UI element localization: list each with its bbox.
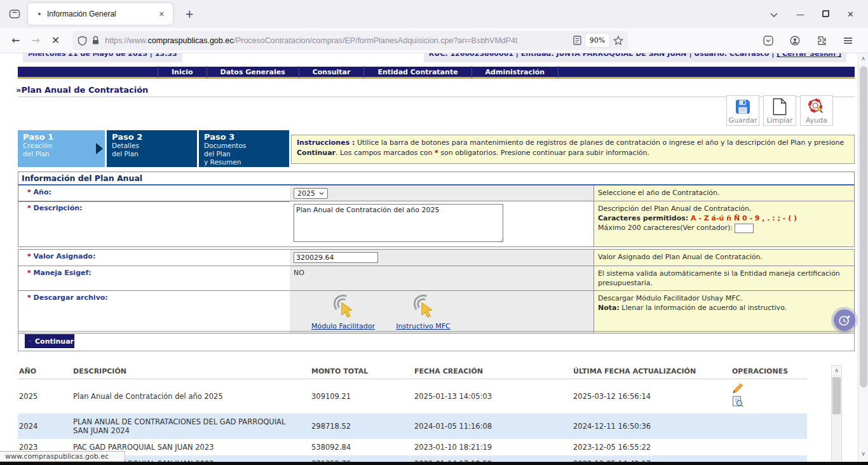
browser-tab[interactable]: Información General ✕ — [28, 3, 173, 25]
stop-button[interactable]: ✕ — [51, 34, 60, 46]
page-scrollbar-thumb[interactable] — [860, 66, 867, 388]
col-fecha-creacion: FECHA CREACIÓN — [413, 365, 572, 379]
record-action-bar: Guardar Limpiar Ayuda — [726, 95, 833, 126]
counter-input[interactable] — [735, 224, 754, 233]
new-tab-button[interactable]: + — [179, 6, 200, 22]
valor-label: * Valor Asignado: — [18, 250, 290, 266]
browser-toolbar: ← → ✕ https://www.compraspublicas.gob.ec… — [0, 28, 868, 53]
save-label: Guardar — [729, 116, 757, 125]
descripcion-value-cell: Plan Anual de Contratación del año 2025 — [290, 201, 593, 246]
descargar-value-cell: Módulo Facilitador Instructivo MFC — [290, 291, 593, 333]
valor-hint: Valor Asignado del Plan Anual de Contrat… — [593, 250, 854, 266]
instructions-box: Instrucciones : Utilice la barra de boto… — [291, 135, 855, 164]
session-info-chip: RUC: 1260023860001 | Entidad: JUNTA PARR… — [424, 53, 846, 62]
descripcion-hint: Descripción del Plan Anual de Contrataci… — [593, 201, 854, 246]
tracking-shield-icon[interactable] — [78, 36, 87, 46]
extensions-icon[interactable] — [817, 36, 827, 46]
step-3: Paso 3 Documentos del Plan y Resumen — [199, 130, 289, 167]
window-bottom-edge — [0, 462, 868, 465]
step-arrow-icon — [96, 143, 103, 154]
url-text: https://www.compraspublicas.gob.ec/Proce… — [105, 36, 573, 45]
tab-close-icon[interactable]: ✕ — [156, 8, 168, 20]
modulo-facilitador-download[interactable]: Módulo Facilitador — [308, 293, 379, 330]
form-section-descripcion: * Descripción: Plan Anual de Contratació… — [18, 201, 855, 247]
nav-item-consultar[interactable]: Consultar — [299, 66, 365, 78]
nav-item-entidad-contratante[interactable]: Entidad Contratante — [364, 66, 471, 78]
floppy-disk-icon — [734, 98, 752, 116]
bookmark-star-icon[interactable] — [613, 36, 623, 45]
valor-input[interactable] — [294, 252, 378, 263]
clock-icon — [837, 313, 851, 327]
forward-button[interactable]: → — [31, 34, 39, 46]
descargar-label: * Descargar archivo: — [18, 291, 290, 333]
page-title: »Plan Anual de Contratación — [16, 85, 148, 95]
tab-title: Información General — [47, 10, 156, 18]
clear-button[interactable]: Limpiar — [763, 95, 796, 126]
esigef-label: * Maneja Esigef: — [18, 266, 290, 290]
arrow-right-icon — [29, 337, 31, 345]
descripcion-textarea[interactable]: Plan Anual de Contratación del año 2025 — [294, 204, 503, 242]
back-button[interactable]: ← — [11, 34, 20, 46]
tab-bar: Información General ✕ + — ✕ — [0, 0, 868, 28]
table-header-row: AÑO DESCRIPCIÓN MONTO TOTAL FECHA CREACI… — [18, 365, 807, 379]
url-bar[interactable]: https://www.compraspublicas.gob.ec/Proce… — [72, 31, 628, 50]
form-section-title: Información del Plan Anual — [18, 172, 854, 185]
continue-button[interactable]: Continuar — [25, 334, 74, 348]
blank-page-icon — [772, 98, 787, 116]
account-icon[interactable] — [790, 36, 800, 46]
pocket-icon[interactable] — [763, 36, 773, 46]
descargar-hint: Descargar Módulo Facilitador Ushay MFC. … — [593, 291, 854, 333]
status-bar-link: www.compraspublicas.gob.ec — [0, 451, 125, 462]
col-descripcion: DESCRIPCIÓN — [72, 365, 310, 379]
session-timer-button[interactable] — [834, 309, 855, 331]
save-button[interactable]: Guardar — [726, 95, 759, 126]
anio-label: * Año: — [18, 185, 290, 201]
plans-table: AÑO DESCRIPCIÓN MONTO TOTAL FECHA CREACI… — [18, 365, 807, 465]
window-close-button[interactable]: ✕ — [847, 10, 854, 19]
col-monto: MONTO TOTAL — [310, 365, 413, 379]
page-content: Miércoles 21 de Mayo de 2025 | 13:33 RUC… — [0, 53, 858, 465]
table-row: 2023 PAC GAD PARROQUIAL SAN JUAN 2023 53… — [18, 439, 807, 455]
zoom-level-button[interactable]: 90% — [585, 34, 609, 47]
scroll-up-icon[interactable]: ∧ — [858, 53, 868, 64]
instructivo-mfc-download[interactable]: Instructivo MFC — [388, 293, 459, 330]
cursor-click-icon — [329, 293, 357, 320]
col-anio: AÑO — [18, 365, 72, 379]
session-info: RUC: 1260023860001 | Entidad: JUNTA PARR… — [429, 53, 775, 58]
reader-mode-icon[interactable] — [573, 36, 581, 45]
table-row: 2025 Plan Anual de Contratación del año … — [18, 379, 807, 414]
scroll-up-icon[interactable]: ∧ — [832, 366, 841, 376]
firefox-view-icon — [9, 9, 20, 19]
nav-item-datos-generales[interactable]: Datos Generales — [207, 66, 299, 78]
logout-link[interactable]: [ Cerrar Sesión ] — [776, 53, 841, 58]
tab-list-chevron-icon[interactable] — [770, 8, 778, 20]
esigef-hint: El sistema valida automáticamente si la … — [593, 266, 854, 290]
table-scrollbar-thumb[interactable] — [832, 377, 841, 414]
table-row: 2024 PLAN ANUAL DE CONTRATACIONES DEL GA… — [18, 414, 807, 439]
anio-select[interactable]: 2025 — [294, 188, 328, 199]
cursor-click-icon — [409, 293, 437, 320]
nav-item-inicio[interactable]: Inicio — [158, 66, 207, 78]
tab-attention-dot-icon — [38, 13, 41, 15]
edit-icon[interactable] — [732, 383, 745, 396]
window-restore-button[interactable] — [822, 10, 829, 19]
help-button[interactable]: Ayuda — [800, 95, 833, 126]
descripcion-label: * Descripción: — [18, 201, 290, 246]
anio-hint: Seleccione el año de Contratación. — [593, 185, 854, 201]
clear-label: Limpiar — [766, 116, 792, 125]
table-scrollbar[interactable]: ∧ — [831, 365, 842, 465]
view-document-icon[interactable] — [732, 396, 744, 410]
help-label: Ayuda — [806, 116, 827, 125]
nav-item-administracion[interactable]: Administración — [472, 66, 559, 78]
col-operaciones: OPERACIONES — [731, 365, 807, 379]
form-section-detalle: * Valor Asignado: Valor Asignado del Pla… — [18, 249, 855, 334]
menu-icon[interactable] — [843, 37, 853, 44]
scroll-down-icon[interactable]: ∨ — [858, 448, 868, 459]
datetime-chip: Miércoles 21 de Mayo de 2025 | 13:33 — [23, 53, 182, 62]
window-minimize-button[interactable]: — — [796, 10, 804, 19]
esigef-value: NO — [290, 266, 593, 290]
firefox-view-button[interactable] — [5, 4, 24, 24]
step-2: Paso 2 Detalles del Plan — [107, 130, 197, 167]
lock-icon[interactable] — [92, 36, 100, 45]
page-scrollbar[interactable]: ∧ ∨ — [858, 53, 868, 465]
